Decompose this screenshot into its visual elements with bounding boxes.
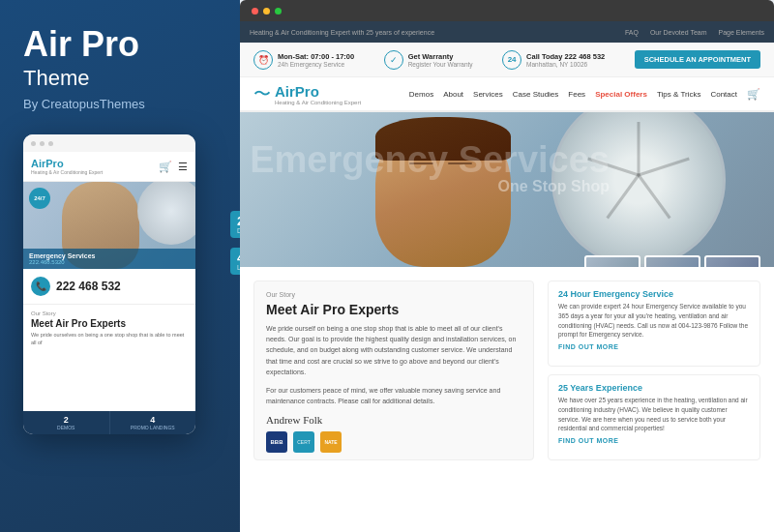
emergency-block-text: We can provide expert 24 hour Emergency … [558, 302, 750, 340]
experience-block: 25 Years Experience We have over 25 year… [548, 374, 760, 460]
nav-case-studies[interactable]: Case Studies [513, 90, 559, 99]
browser-chrome [240, 0, 774, 21]
story-heading: Meet Air Pro Experts [266, 302, 521, 317]
story-text-1: We pride ourself on being a one stop sho… [266, 323, 521, 377]
nav-special-offers[interactable]: Special Offers [595, 90, 647, 99]
mobile-badge-landings-label: PROMO LANDINGS [112, 425, 194, 430]
brand-byline: By CreatopusThemes [23, 97, 217, 111]
mobile-dot-1 [31, 141, 36, 146]
info-bar: Heating & Air Conditioning Expert with 2… [240, 21, 774, 43]
browser-dot-minimize[interactable] [263, 8, 270, 15]
mobile-cart-icon: 🛒 [159, 161, 172, 173]
emergency-service-block: 24 Hour Emergency Service We can provide… [548, 281, 760, 367]
mobile-story-text: We pride ourselves on being a one stop s… [31, 332, 188, 346]
mobile-badge-landings-num: 4 [112, 415, 194, 425]
mobile-story-section: Our Story Meet Air Pro Experts We pride … [23, 305, 195, 352]
main-content: Our Story Meet Air Pro Experts We pride … [240, 267, 774, 460]
mobile-badge-landings: 4 PROMO LANDINGS [110, 411, 196, 434]
nav-services[interactable]: Services [473, 90, 503, 99]
mobile-dot-3 [48, 141, 53, 146]
phone-24-icon: 24 [502, 50, 521, 70]
small-img-2 [644, 255, 700, 267]
mobile-phone-number: 222 468 532 [56, 280, 121, 293]
mobile-logo-text: AirPro [31, 158, 103, 169]
mobile-logo-sub: Heating & Air Conditioning Expert [31, 169, 103, 175]
mobile-hero-overlay: Emergency Services 222.468.5320 [23, 249, 195, 269]
nav-cart-icon[interactable]: 🛒 [747, 88, 760, 101]
cert-badge-1: CERT [293, 431, 314, 453]
contact-bar: ⏰ Mon-Sat: 07:00 - 17:00 24h Emergency S… [240, 43, 774, 77]
mobile-emergency-label: Emergency Services [29, 252, 190, 259]
mobile-dot-2 [40, 141, 45, 146]
nav-tips[interactable]: Tips & Tricks [657, 90, 700, 99]
mobile-preview: AirPro Heating & Air Conditioning Expert… [23, 134, 195, 434]
hero-sub-text: One Stop Shop [250, 178, 610, 195]
browser-dot-maximize[interactable] [275, 8, 282, 15]
our-team-link[interactable]: Our Devoted Team [650, 29, 707, 36]
mobile-247-badge: 24/7 [29, 188, 50, 209]
brand-subtitle: Theme [23, 66, 217, 91]
nav-links: Demos About Services Case Studies Fees S… [409, 88, 760, 101]
faq-link[interactable]: FAQ [625, 29, 639, 36]
nav-contact[interactable]: Contact [710, 90, 737, 99]
info-bar-links: FAQ Our Devoted Team Page Elements [625, 29, 764, 36]
story-signature: Andrew Folk [266, 414, 521, 426]
right-content-blocks: 24 Hour Emergency Service We can provide… [548, 281, 760, 460]
emergency-block-heading: 24 Hour Emergency Service [558, 289, 750, 299]
emergency-find-more-link[interactable]: FIND OUT MORE [558, 343, 750, 350]
mobile-phone-icon: 📞 [31, 277, 50, 296]
logo-icon: 〜 [253, 82, 271, 105]
experience-block-text: We have over 25 years experience in the … [558, 396, 750, 433]
mobile-phone-section: 📞 222 468 532 [23, 269, 195, 305]
story-text-2: For our customers peace of mind, we offe… [266, 385, 521, 406]
hero-big-text: Emergency Services [250, 141, 610, 178]
mobile-story-title: Meet Air Pro Experts [31, 318, 188, 329]
hero-text-overlay: Emergency Services One Stop Shop [250, 141, 610, 195]
logo-subtext: Heating & Air Conditioning Expert [275, 100, 361, 105]
small-img-1 [584, 255, 640, 267]
mobile-top-bar [23, 134, 195, 152]
nav-bar: 〜 AirPro Heating & Air Conditioning Expe… [240, 77, 774, 112]
experience-block-heading: 25 Years Experience [558, 383, 750, 393]
brand-title: Air Pro [23, 27, 217, 62]
mobile-fan [137, 182, 195, 245]
website-preview: Heating & Air Conditioning Expert with 2… [240, 21, 774, 532]
page-elements-link[interactable]: Page Elements [719, 29, 764, 36]
mobile-story-tag: Our Story [31, 310, 188, 316]
small-img-3 [704, 255, 760, 267]
mobile-demo-badges: 2 DEMOS 4 PROMO LANDINGS [23, 411, 195, 434]
mobile-badge-demos-label: DEMOS [25, 425, 107, 430]
mobile-badge-demos: 2 DEMOS [23, 411, 110, 434]
logo-text: AirPro [275, 83, 361, 100]
mobile-phone-small: 222.468.5320 [29, 259, 190, 265]
site-logo: 〜 AirPro Heating & Air Conditioning Expe… [253, 82, 361, 105]
browser-dot-close[interactable] [252, 8, 258, 15]
info-bar-text: Heating & Air Conditioning Expert with 2… [250, 29, 434, 36]
clock-icon: ⏰ [253, 50, 273, 70]
mobile-logo: AirPro Heating & Air Conditioning Expert [31, 158, 103, 175]
schedule-appointment-button[interactable]: SCHEDULE AN APPOINTMENT [635, 50, 760, 70]
contact-item-warranty: ✓ Get Warranty Register Your Warranty [384, 50, 473, 70]
mobile-hero: 24/7 Emergency Services 222.468.5320 [23, 182, 195, 269]
story-section: Our Story Meet Air Pro Experts We pride … [253, 281, 534, 460]
nav-demos[interactable]: Demos [409, 90, 433, 99]
left-panel: Air Pro Theme By CreatopusThemes AirPro … [0, 0, 240, 532]
experience-find-more-link[interactable]: FIND OUT MORE [558, 437, 750, 444]
mobile-header: AirPro Heating & Air Conditioning Expert… [23, 152, 195, 182]
right-panel: Heating & Air Conditioning Expert with 2… [240, 0, 774, 532]
story-trust-badges: BBB CERT NATE [266, 431, 521, 453]
mobile-badge-demos-num: 2 [25, 415, 107, 425]
nav-fees[interactable]: Fees [568, 90, 585, 99]
bbb-badge: BBB [266, 431, 287, 453]
contact-item-hours: ⏰ Mon-Sat: 07:00 - 17:00 24h Emergency S… [253, 50, 354, 70]
contact-item-phone: 24 Call Today 222 468 532 Manhattan, NY … [502, 50, 605, 70]
mobile-header-icons: 🛒 ☰ [159, 161, 188, 173]
contact-phone-text: Call Today 222 468 532 Manhattan, NY 100… [526, 52, 605, 68]
contact-warranty-text: Get Warranty Register Your Warranty [408, 52, 473, 68]
nate-badge: NATE [320, 431, 342, 453]
mobile-menu-icon: ☰ [178, 161, 188, 173]
warranty-icon: ✓ [384, 50, 403, 70]
nav-about[interactable]: About [443, 90, 463, 99]
hero-section: Emergency Services One Stop Shop [240, 112, 774, 267]
contact-hours-text: Mon-Sat: 07:00 - 17:00 24h Emergency Ser… [278, 52, 354, 68]
